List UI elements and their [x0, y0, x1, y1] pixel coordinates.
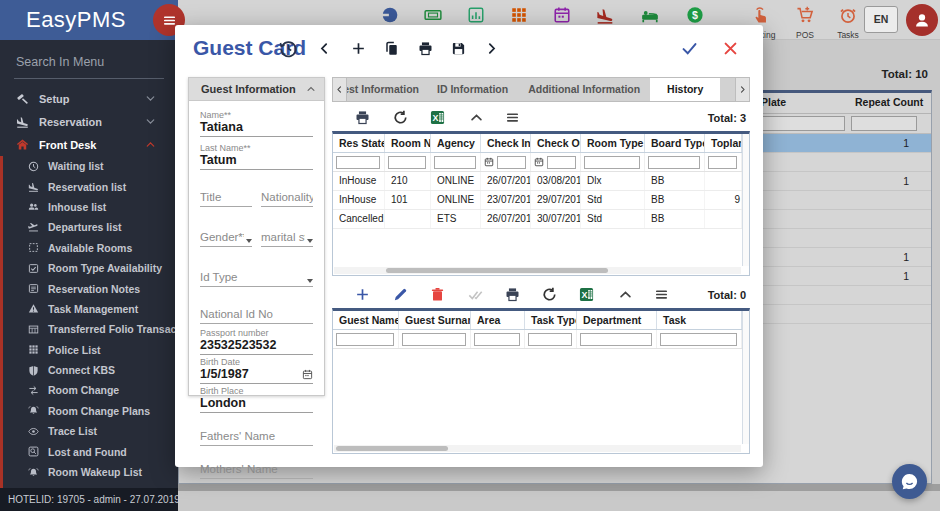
print-button[interactable] — [355, 110, 370, 125]
nationality-field[interactable]: Nationality — [261, 183, 313, 207]
collapse-button[interactable] — [469, 110, 484, 125]
birth-place-field[interactable]: Birth Place London — [200, 384, 313, 413]
sidebar-item-reservation[interactable]: Reservation — [0, 110, 178, 133]
gender-select[interactable]: Gender** — [200, 223, 252, 247]
sidebar-item-trace-list[interactable]: Trace List — [3, 421, 178, 441]
column-repeat-count[interactable]: Repeat Count — [855, 93, 931, 113]
previous-record-button[interactable] — [317, 41, 332, 56]
id-type-select[interactable]: Id Type — [200, 263, 313, 287]
next-record-button[interactable] — [484, 41, 499, 56]
collapse-button[interactable] — [618, 287, 633, 302]
column-res-state[interactable]: Res State — [333, 134, 385, 152]
chat-button[interactable] — [892, 464, 927, 499]
tab-guest-information[interactable]: Guest Information — [347, 78, 427, 101]
task-filter-input[interactable] — [660, 333, 737, 346]
last-name-field[interactable]: Last Name** Tatum — [200, 141, 313, 170]
calendar-icon[interactable] — [534, 157, 544, 167]
copy-button[interactable] — [384, 41, 399, 56]
mothers-name-field[interactable]: Mothers' Name — [200, 455, 313, 479]
refresh-button[interactable] — [542, 287, 557, 302]
sidebar-item-reservation-list[interactable]: Reservation list — [3, 176, 178, 196]
delete-task-button[interactable] — [430, 287, 445, 302]
user-avatar[interactable] — [906, 4, 938, 36]
table-row[interactable]: InHouse210 ONLINE26/07/2019 03/08/2019Dl… — [333, 172, 749, 191]
edit-task-button[interactable] — [393, 287, 408, 302]
column-area[interactable]: Area — [471, 311, 525, 329]
approve-task-button[interactable] — [468, 287, 483, 302]
column-room-no[interactable]: Room No — [385, 134, 431, 152]
sidebar-item-reservation-notes[interactable]: Reservation Notes — [3, 278, 178, 298]
save-button[interactable] — [451, 41, 466, 56]
add-task-button[interactable] — [355, 287, 370, 302]
sidebar-item-departures-list[interactable]: Departures list — [3, 217, 178, 237]
room-type-filter-input[interactable] — [584, 156, 640, 169]
guest-name-filter-input[interactable] — [336, 333, 394, 346]
new-record-button[interactable] — [351, 41, 366, 56]
confirm-button[interactable] — [681, 40, 698, 57]
vertical-scrollbar[interactable] — [742, 134, 749, 266]
sidebar-item-connect-kbs[interactable]: Connect KBS — [3, 360, 178, 380]
task-type-filter-input[interactable] — [528, 333, 572, 346]
table-row[interactable]: Cancelled ETS26/07/2019 30/07/2019Std BB — [333, 210, 749, 229]
excel-export-button[interactable]: X — [579, 287, 594, 302]
column-guest-name[interactable]: Guest Name — [333, 311, 399, 329]
horizontal-scrollbar[interactable] — [334, 267, 741, 274]
language-button[interactable]: EN — [864, 6, 898, 33]
sidebar-item-task-management[interactable]: Task Management — [3, 299, 178, 319]
column-board-type[interactable]: Board Type — [645, 134, 705, 152]
calendar-icon[interactable] — [302, 369, 313, 380]
column-department[interactable]: Department — [577, 311, 657, 329]
column-task[interactable]: Task — [657, 311, 742, 329]
vertical-scrollbar[interactable] — [742, 311, 749, 444]
grid-menu-button[interactable] — [654, 287, 669, 302]
area-filter-input[interactable] — [474, 333, 520, 346]
room-no-filter-input[interactable] — [388, 156, 426, 169]
sidebar-item-transferred-folio-transactions[interactable]: Transferred Folio Transactions — [3, 319, 178, 339]
marital-status-select[interactable]: marital status — [261, 223, 313, 247]
sidebar-item-room-type-availability[interactable]: Room Type Availability — [3, 258, 178, 278]
column-room-type[interactable]: Room Type — [581, 134, 645, 152]
sidebar-item-room-change[interactable]: Room Change — [3, 380, 178, 400]
guest-surname-filter-input[interactable] — [402, 333, 466, 346]
passport-number-field[interactable]: Passport number 23532523532 — [200, 326, 313, 355]
tab-history[interactable]: History — [650, 78, 720, 101]
menu-search-input[interactable] — [14, 54, 164, 70]
total-price-filter-input[interactable] — [708, 156, 737, 169]
excel-export-button[interactable]: X — [430, 110, 445, 125]
department-filter-input[interactable] — [580, 333, 652, 346]
calendar-icon[interactable] — [484, 157, 494, 167]
column-total-price[interactable]: Toplam Fi — [705, 134, 742, 152]
res-state-filter-input[interactable] — [336, 156, 380, 169]
sidebar-item-lost-and-found[interactable]: Lost and Found — [3, 441, 178, 461]
refresh-button[interactable] — [393, 110, 408, 125]
check-in-filter-input[interactable] — [497, 156, 526, 169]
panel-header[interactable]: Guest Information — [189, 78, 324, 101]
sidebar-item-room-wakeup-list[interactable]: Room Wakeup List — [3, 462, 178, 482]
tab-additional-information[interactable]: Additional Information — [518, 78, 650, 101]
sidebar-item-setup[interactable]: Setup — [0, 87, 178, 110]
board-type-filter-input[interactable] — [648, 156, 700, 169]
sidebar-item-front-desk[interactable]: Front Desk — [0, 133, 178, 156]
sidebar-item-room-change-plans[interactable]: Room Change Plans — [3, 401, 178, 421]
horizontal-scrollbar[interactable] — [178, 484, 940, 491]
sidebar-item-police-list[interactable]: Police List — [3, 340, 178, 360]
column-guest-surname[interactable]: Guest Surname — [399, 311, 471, 329]
column-agency[interactable]: Agency — [431, 134, 481, 152]
title-field[interactable]: Title — [200, 183, 252, 207]
sidebar-item-available-rooms[interactable]: Available Rooms — [3, 238, 178, 258]
tasks-button[interactable]: Tasks — [836, 6, 860, 40]
fathers-name-field[interactable]: Fathers' Name — [200, 422, 313, 446]
name-field[interactable]: Name** Tatiana — [200, 108, 313, 137]
sidebar-item-waiting-list[interactable]: Waiting list — [3, 156, 178, 176]
history-icon[interactable] — [279, 39, 298, 58]
birth-date-field[interactable]: Birth Date 1/5/1987 — [200, 355, 313, 384]
national-id-field[interactable]: National Id No — [200, 300, 313, 324]
column-task-type[interactable]: Task Type — [525, 311, 577, 329]
horizontal-scrollbar[interactable] — [334, 445, 741, 452]
column-check-in[interactable]: Check In — [481, 134, 531, 152]
column-check-out[interactable]: Check Out — [531, 134, 581, 152]
check-out-filter-input[interactable] — [547, 156, 576, 169]
agency-filter-input[interactable] — [434, 156, 476, 169]
close-button[interactable] — [722, 40, 739, 57]
print-button[interactable] — [418, 41, 433, 56]
